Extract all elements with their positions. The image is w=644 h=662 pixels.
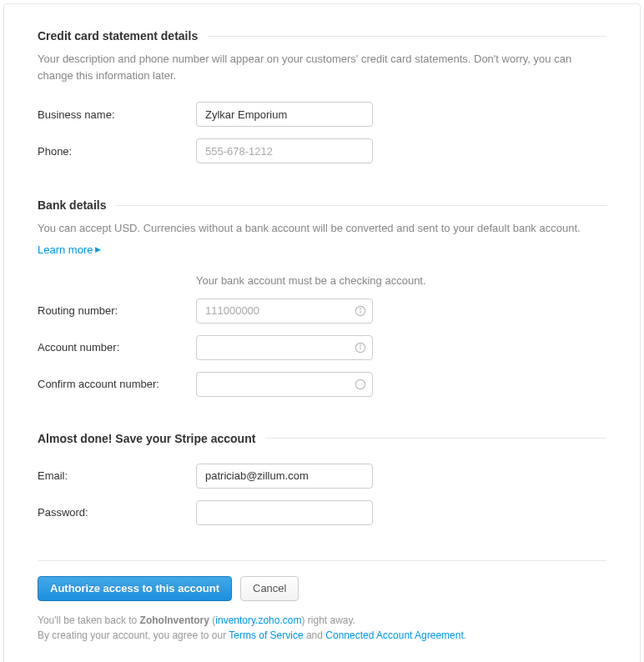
routing-input[interactable] bbox=[196, 298, 373, 323]
section-description: Your description and phone number will a… bbox=[38, 51, 606, 83]
footer-back-prefix: You'll be taken back to bbox=[38, 614, 140, 626]
email-label: Email: bbox=[38, 469, 196, 482]
account-input[interactable] bbox=[196, 335, 373, 360]
section-title: Credit card statement details bbox=[38, 29, 208, 43]
section-credit-card: Credit card statement details Your descr… bbox=[38, 29, 606, 163]
phone-input[interactable] bbox=[196, 138, 373, 163]
input-wrap bbox=[196, 138, 373, 163]
footer-agree-prefix: By creating your account, you agree to o… bbox=[38, 629, 229, 641]
section-bank: Bank details You can accept USD. Currenc… bbox=[38, 198, 606, 397]
divider bbox=[116, 205, 606, 206]
password-label: Password: bbox=[38, 506, 196, 519]
section-header: Almost done! Save your Stripe account bbox=[38, 432, 606, 445]
form-container: Credit card statement details Your descr… bbox=[3, 3, 641, 662]
footer-and: and bbox=[304, 629, 326, 641]
input-wrap bbox=[196, 335, 373, 360]
form-row-account: Account number: bbox=[38, 335, 606, 360]
authorize-button[interactable]: Authorize access to this account bbox=[38, 576, 232, 601]
form-row-business-name: Business name: bbox=[38, 102, 606, 127]
input-wrap bbox=[196, 464, 373, 489]
app-url-link[interactable]: inventory.zoho.com bbox=[215, 614, 301, 626]
confirm-account-label: Confirm account number: bbox=[38, 378, 196, 390]
form-row-confirm-account: Confirm account number: bbox=[38, 372, 606, 397]
routing-label: Routing number: bbox=[38, 304, 196, 317]
learn-more-link[interactable]: Learn more ▶ bbox=[38, 243, 101, 256]
cancel-button[interactable]: Cancel bbox=[240, 576, 299, 601]
section-title: Bank details bbox=[38, 198, 116, 212]
divider bbox=[265, 438, 606, 439]
footer-back-suffix: ) right away. bbox=[301, 614, 355, 626]
form-row-phone: Phone: bbox=[38, 138, 606, 163]
section-save: Almost done! Save your Stripe account Em… bbox=[38, 432, 606, 525]
section-header: Bank details bbox=[38, 198, 606, 212]
divider bbox=[38, 560, 606, 561]
phone-label: Phone: bbox=[38, 145, 196, 158]
input-wrap bbox=[196, 102, 373, 127]
learn-more-text: Learn more bbox=[38, 243, 93, 256]
tos-link[interactable]: Terms of Service bbox=[229, 629, 303, 641]
footer-period: . bbox=[464, 629, 466, 641]
section-header: Credit card statement details bbox=[38, 29, 606, 43]
button-row: Authorize access to this account Cancel bbox=[38, 576, 606, 601]
business-name-label: Business name: bbox=[38, 108, 196, 121]
section-title: Almost done! Save your Stripe account bbox=[38, 432, 265, 445]
footer-text: You'll be taken back to ZohoInventory (i… bbox=[38, 613, 606, 643]
input-wrap bbox=[196, 500, 373, 525]
password-input[interactable] bbox=[196, 500, 373, 525]
form-row-routing: Routing number: bbox=[38, 298, 606, 323]
confirm-account-input[interactable] bbox=[196, 372, 373, 397]
divider bbox=[208, 36, 606, 37]
arrow-right-icon: ▶ bbox=[95, 245, 101, 253]
section-description: You can accept USD. Currencies without a… bbox=[38, 220, 606, 237]
footer-app-name: ZohoInventory bbox=[140, 614, 209, 626]
business-name-input[interactable] bbox=[196, 102, 373, 127]
input-wrap bbox=[196, 372, 373, 397]
agreement-link[interactable]: Connected Account Agreement bbox=[325, 629, 463, 641]
form-row-email: Email: bbox=[38, 464, 606, 489]
form-row-password: Password: bbox=[38, 500, 606, 525]
input-wrap bbox=[196, 298, 373, 323]
bank-hint: Your bank account must be a checking acc… bbox=[196, 274, 606, 287]
email-input[interactable] bbox=[196, 464, 373, 489]
account-label: Account number: bbox=[38, 341, 196, 354]
